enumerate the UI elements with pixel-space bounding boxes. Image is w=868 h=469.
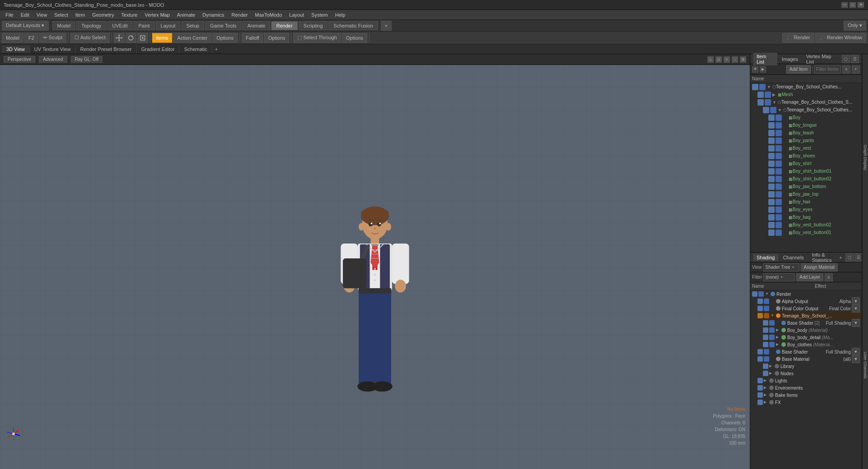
list-item[interactable]: ▶ ▦ Boy_pants [766, 137, 862, 144]
vis-icon[interactable] [768, 199, 775, 205]
effect-dropdown[interactable]: ▼ [852, 304, 860, 313]
vis-icon[interactable] [757, 356, 763, 362]
mode-tab-layout[interactable]: Layout [156, 21, 180, 30]
vis-icon-2[interactable] [769, 342, 775, 347]
vis-icon-2[interactable] [764, 349, 769, 354]
vis-icon-2[interactable] [764, 306, 769, 311]
tree-arrow[interactable]: ▼ [778, 108, 782, 112]
shader-tree-dropdown[interactable]: Shader Tree [763, 263, 799, 271]
vis-icon-2[interactable] [759, 84, 766, 90]
vis-icon-2[interactable] [764, 299, 769, 304]
list-item[interactable]: ▶ ▦ Boy_bag [766, 213, 862, 221]
item-list-arrow-btn[interactable]: ▶ [760, 66, 766, 73]
shader-expand-btn[interactable]: ⬡ [845, 253, 854, 262]
list-item[interactable]: ▶ ▦ Boy_shoes [766, 152, 862, 160]
vp-icon-home[interactable]: ⌂ [707, 56, 714, 63]
vis-icon[interactable] [757, 385, 763, 391]
options-1-btn[interactable]: Options [212, 33, 238, 43]
shader-list-item[interactable]: ▼ Render [750, 290, 862, 298]
menu-help[interactable]: Help [332, 11, 349, 18]
vis-icon-2[interactable] [769, 335, 775, 340]
vis-icon-2[interactable] [758, 291, 764, 297]
shader-list-item[interactable]: ▶ Nodes [761, 370, 862, 377]
list-item[interactable]: ▶ ▦ Boy_eyes [766, 206, 862, 213]
options-2-btn[interactable]: Options [264, 33, 289, 43]
menu-render[interactable]: Render [228, 11, 251, 18]
shader-list-item[interactable]: ▶ Lights [756, 377, 862, 384]
render-window-btn[interactable]: 🎥 Render Window [815, 33, 866, 43]
add-layer-btn[interactable]: Add Layer [796, 273, 823, 281]
vis-icon[interactable] [757, 313, 763, 318]
list-item[interactable]: ▶ ▦ Boy_jaw_top [766, 190, 862, 198]
vp-icon-fit[interactable]: ⊙ [716, 56, 722, 63]
mode-tab-model[interactable]: Model [52, 21, 76, 30]
tree-arrow[interactable]: ▶ [764, 378, 768, 383]
vis-icon[interactable] [768, 230, 775, 236]
vp-icon-zoom-in[interactable]: + [724, 56, 730, 63]
vis-icon[interactable] [763, 327, 768, 333]
mode-tab-animate[interactable]: Animate [242, 21, 270, 30]
menu-select[interactable]: Select [51, 11, 72, 18]
vis-icon[interactable] [763, 342, 768, 347]
tab-images[interactable]: Images [778, 55, 802, 63]
effect-dropdown[interactable]: ▼ [852, 319, 860, 327]
vis-icon[interactable] [757, 349, 763, 354]
item-list-menu-btn[interactable]: ☰ [851, 55, 859, 63]
vis-icon[interactable] [757, 299, 763, 304]
vis-icon-2[interactable] [776, 145, 782, 152]
mode-tab-schematic-fusion[interactable]: Schematic Fusion [328, 21, 378, 30]
tree-arrow[interactable]: ▼ [765, 292, 770, 296]
action-center-btn[interactable]: Action Center [173, 33, 212, 43]
shader-list-item[interactable]: ▶ Base Shader [2] Full Shading ▼ [761, 319, 862, 326]
auto-select-btn[interactable]: ☐ Auto Select [70, 33, 110, 43]
add-tab-btn[interactable]: + [381, 21, 392, 31]
vis-icon-2[interactable] [776, 138, 782, 144]
filter-s-btn[interactable]: S [825, 273, 833, 281]
filter-items-input[interactable] [814, 65, 841, 74]
vis-icon-2[interactable] [776, 199, 782, 205]
tree-arrow[interactable]: ▼ [771, 313, 775, 318]
vis-icon-2[interactable] [776, 115, 782, 121]
tab-3d-view[interactable]: 3D View [2, 46, 30, 53]
mode-tab-setup[interactable]: Setup [181, 21, 204, 30]
options-3-btn[interactable]: Options [342, 33, 367, 43]
vis-icon-2[interactable] [776, 161, 782, 167]
tree-arrow[interactable]: ▶ [776, 342, 780, 347]
mode-tab-render[interactable]: Render [271, 21, 297, 30]
vis-icon[interactable] [752, 84, 758, 90]
tab-item-list[interactable]: Item List [753, 53, 777, 65]
vis-icon[interactable] [768, 153, 775, 159]
mode-tab-uvedit[interactable]: UVEdit [107, 21, 133, 30]
close-btn[interactable]: ✕ [857, 2, 864, 8]
shader-list-item[interactable]: ▼ Teenage_Boy_School_... [756, 312, 862, 319]
menu-layout[interactable]: Layout [286, 11, 308, 18]
tab-render-preset[interactable]: Render Preset Browser [76, 46, 137, 53]
shader-list-item[interactable]: ▶ Alpha Output Alpha ▼ [756, 298, 862, 305]
list-item[interactable]: ▶ ▦ Boy_vest [766, 144, 862, 152]
mode-tab-topology[interactable]: Topology [76, 21, 106, 30]
tree-arrow[interactable]: ▼ [767, 85, 771, 89]
vis-icon[interactable] [757, 392, 763, 398]
filter-search-btn[interactable]: S [842, 65, 850, 74]
tab-shading[interactable]: Shading [753, 254, 778, 261]
menu-item[interactable]: Item [72, 11, 88, 18]
perspective-btn[interactable]: Perspective [4, 56, 35, 63]
vis-icon-2[interactable] [776, 130, 782, 136]
menu-file[interactable]: File [2, 11, 17, 18]
tree-arrow[interactable]: ▶ [769, 364, 774, 368]
falloff-btn[interactable]: Falloff [242, 33, 263, 43]
vis-icon-2[interactable] [776, 222, 782, 228]
tree-arrow[interactable]: ▶ [772, 92, 777, 97]
shader-list-item[interactable]: ▶ Boy_clothes (Materia... [761, 341, 862, 348]
f2-btn[interactable]: F2 [24, 33, 38, 43]
vis-icon[interactable] [768, 214, 775, 221]
vis-icon[interactable] [768, 191, 775, 198]
vis-icon[interactable] [768, 122, 775, 129]
vis-icon-2[interactable] [765, 99, 771, 106]
vis-icon-2[interactable] [776, 184, 782, 190]
tree-arrow[interactable]: ▶ [764, 393, 768, 397]
tab-gradient-editor[interactable]: Gradient Editor [137, 46, 180, 53]
list-item[interactable]: ▼ ⬡ Teenage_Boy_School_Clothes... [750, 83, 862, 91]
vis-icon-2[interactable] [776, 207, 782, 213]
vis-icon-2[interactable] [776, 176, 782, 182]
